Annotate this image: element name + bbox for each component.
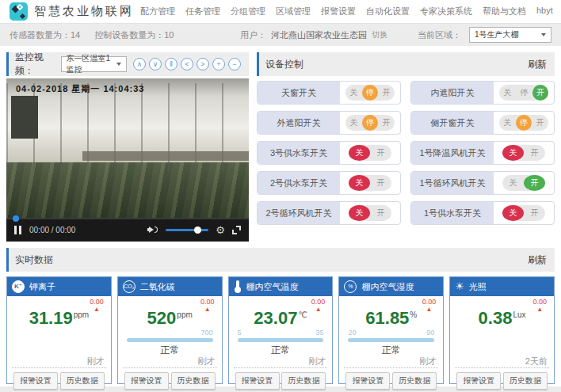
sensor-card-buttons: 报警设置历史数据	[123, 368, 217, 390]
device-label: 1号供水泵开关	[411, 202, 494, 224]
volume-icon[interactable]	[147, 225, 158, 234]
history-data-button[interactable]: 历史数据	[60, 372, 105, 390]
toggle-option-stop[interactable]: 停	[362, 115, 378, 131]
device-toggle[interactable]: 关开	[349, 205, 391, 221]
device-toggle[interactable]: 关开	[349, 175, 391, 191]
ptz-pause-icon[interactable]: ‖	[165, 58, 177, 70]
device-toggle[interactable]: 关停开	[345, 85, 395, 101]
delta-up-icon: ▲	[422, 306, 437, 313]
toggle-option-off[interactable]: 关	[502, 175, 524, 191]
fullscreen-icon[interactable]	[232, 226, 241, 234]
sensor-range: 535	[238, 329, 324, 337]
toggle-option-stop[interactable]: 停	[362, 85, 378, 101]
device-label: 2号循环风机开关	[258, 202, 340, 224]
toggle-option-on[interactable]: 开	[532, 85, 548, 101]
nav-item[interactable]: 帮助与文档	[483, 6, 526, 17]
device-toggle[interactable]: 关开	[502, 205, 545, 221]
sensor-unit: Lux	[513, 310, 525, 319]
delta-value: 0.00▲	[200, 299, 215, 313]
sensor-card-header: K⁺钾离子	[7, 277, 111, 296]
sensor-range: 2090	[348, 329, 434, 337]
settings-gear-icon[interactable]: ⚙	[216, 225, 225, 235]
device-toggle[interactable]: 关开	[502, 145, 545, 161]
alarm-settings-button[interactable]: 报警设置	[345, 372, 390, 390]
toggle-option-on[interactable]: 开	[532, 115, 548, 131]
ptz-pan-left-icon[interactable]: <	[181, 58, 193, 70]
delta-value: 0.00▲	[532, 299, 547, 313]
toggle-option-off[interactable]: 关	[345, 115, 362, 131]
progress-dot[interactable]	[13, 215, 19, 222]
device-toggle[interactable]: 关停开	[499, 115, 548, 131]
sensor-card-body: 0.00▲520ppm700正常刚才报警设置历史数据	[118, 296, 222, 390]
thermometer-icon	[234, 280, 242, 293]
nav-item[interactable]: 自动化设置	[366, 6, 410, 17]
nav-item[interactable]: 报警设置	[321, 6, 356, 17]
toggle-option-off[interactable]: 关	[499, 115, 516, 131]
nav-item[interactable]: 专家决策系统	[420, 6, 472, 17]
nav-item[interactable]: hbyt	[536, 6, 553, 17]
device-toggle[interactable]: 关停开	[345, 115, 395, 131]
sensor-unit: ppm	[177, 310, 192, 319]
toggle-option-on[interactable]: 开	[524, 205, 545, 221]
toggle-option-off[interactable]: 关	[502, 205, 524, 221]
history-data-button[interactable]: 历史数据	[392, 372, 437, 390]
toggle-option-stop[interactable]: 停	[516, 115, 532, 131]
volume-slider[interactable]	[166, 229, 208, 231]
device-row: 2号供水泵开关关开	[257, 171, 401, 195]
ptz-zoom-out-icon[interactable]: −	[228, 58, 241, 70]
toggle-option-on[interactable]: 开	[370, 175, 391, 191]
nav-item[interactable]: 任务管理	[185, 6, 220, 17]
device-row: 内遮阳开关关停开	[410, 81, 555, 105]
toggle-option-off[interactable]: 关	[502, 145, 524, 161]
history-data-button[interactable]: 历史数据	[171, 372, 216, 390]
toggle-option-on[interactable]: 开	[370, 205, 391, 221]
sensor-card: ☀光照0.00▲0.38Lux2天前报警设置历史数据	[449, 276, 555, 384]
alarm-settings-button[interactable]: 报警设置	[124, 372, 169, 390]
video-player[interactable]: 04-02-2018 星期一 14:04:33 00:00 / 00:00 ⚙	[6, 78, 249, 242]
nav-item[interactable]: 分组管理	[231, 6, 265, 17]
toggle-option-off[interactable]: 关	[349, 145, 370, 161]
ptz-zoom-in-icon[interactable]: +	[212, 58, 225, 70]
history-data-button[interactable]: 历史数据	[281, 372, 326, 390]
device-label: 侧开窗开关	[411, 112, 494, 134]
toggle-option-off[interactable]: 关	[349, 175, 370, 191]
ptz-pan-down-icon[interactable]: ∨	[149, 58, 162, 70]
device-refresh-link[interactable]: 刷新	[528, 58, 547, 71]
pause-icon[interactable]	[14, 226, 21, 234]
toggle-option-on[interactable]: 开	[524, 145, 545, 161]
device-toggle-cell: 关停开	[494, 112, 554, 134]
sensor-unit: %	[410, 310, 417, 319]
toggle-option-on[interactable]: 开	[524, 175, 545, 191]
device-toggle[interactable]: 关开	[502, 175, 545, 191]
device-row: 外遮阳开关关停开	[257, 111, 401, 135]
video-control-bar: 00:00 / 00:00 ⚙	[6, 218, 249, 242]
ptz-pan-right-icon[interactable]: >	[197, 58, 209, 70]
realtime-refresh-link[interactable]: 刷新	[528, 253, 547, 267]
delta-number: 0.00	[200, 299, 215, 306]
region-select[interactable]: 1号生产大棚	[469, 27, 551, 43]
toggle-option-stop[interactable]: 停	[516, 85, 532, 101]
switch-user-link[interactable]: 切换	[372, 29, 387, 40]
device-toggle[interactable]: 关开	[349, 145, 391, 161]
toggle-option-on[interactable]: 开	[378, 115, 395, 131]
alarm-settings-button[interactable]: 报警设置	[235, 372, 280, 390]
toggle-option-off[interactable]: 关	[499, 85, 516, 101]
toggle-option-off[interactable]: 关	[345, 85, 362, 101]
history-data-button[interactable]: 历史数据	[503, 372, 548, 390]
nav-item[interactable]: 区域管理	[276, 6, 311, 17]
region-label: 当前区域：	[418, 29, 461, 41]
nav-item[interactable]: 配方管理	[140, 6, 175, 17]
ptz-pan-up-icon[interactable]: ∧	[133, 58, 146, 70]
device-toggle[interactable]: 关停开	[499, 85, 548, 101]
toggle-option-on[interactable]: 开	[378, 85, 395, 101]
device-row: 1号降温风机开关关开	[410, 141, 555, 165]
video-section: 监控视频： 东一区温室1监控 ∧∨‖<>+− 04-02-2018 星期一 14…	[6, 52, 249, 242]
sensor-bar	[127, 338, 213, 342]
toggle-option-off[interactable]: 关	[349, 205, 370, 221]
alarm-settings-button[interactable]: 报警设置	[456, 372, 501, 390]
sensor-updated-time: 刚才	[12, 356, 106, 367]
camera-select[interactable]: 东一区温室1监控	[61, 56, 127, 72]
toggle-option-on[interactable]: 开	[370, 145, 391, 161]
delta-number: 0.00	[90, 299, 104, 306]
alarm-settings-button[interactable]: 报警设置	[13, 372, 58, 390]
